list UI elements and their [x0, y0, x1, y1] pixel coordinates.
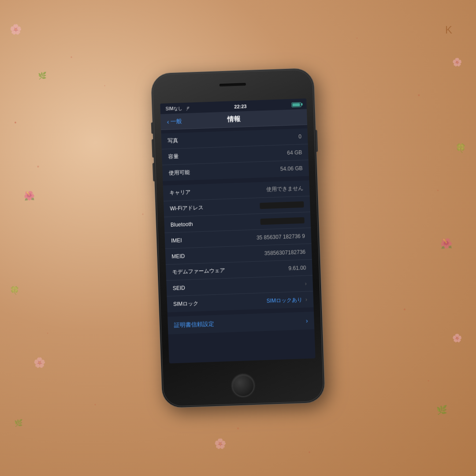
label-meid: MEID	[171, 253, 185, 260]
label-seid: SEID	[173, 285, 185, 291]
label-capacity: 容量	[168, 153, 179, 161]
label-available: 使用可能	[168, 168, 190, 177]
carrier-label: SIMなし	[165, 105, 182, 112]
wifi-icon	[184, 106, 189, 111]
label-carrier: キャリア	[169, 189, 191, 197]
volume-up-button	[152, 139, 154, 158]
volume-down-button	[152, 163, 155, 182]
value-photos: 0	[298, 133, 301, 139]
label-simlock: SIMロック	[173, 300, 199, 308]
phone-screen: SIMなし 22:23 ‹	[160, 98, 315, 363]
value-imei: 35 856307 182736 9	[257, 233, 305, 241]
label-imei: IMEI	[171, 237, 182, 244]
section-storage: 写真 0 容量 64 GB 使用可能 54.06 GB	[161, 128, 309, 181]
value-available: 54.06 GB	[280, 165, 303, 172]
page-title: 情報	[212, 114, 257, 124]
value-meid: 35856307182736	[264, 249, 306, 256]
value-simlock: SIMロックあり	[266, 296, 302, 305]
back-chevron: ‹	[167, 118, 169, 125]
label-photos: 写真	[167, 137, 178, 145]
power-button	[316, 130, 318, 152]
status-left: SIMなし	[165, 105, 189, 112]
phone-shell: SIMなし 22:23 ‹	[151, 68, 325, 408]
label-wifi: Wi-Fiアドレス	[170, 204, 204, 213]
settings-content: 写真 0 容量 64 GB 使用可能 54.06 GB キャリア	[161, 125, 314, 337]
status-right	[291, 102, 301, 107]
speaker-grille	[219, 83, 246, 86]
section-cert: 証明書信頼設定 ›	[167, 312, 314, 335]
status-time: 22:23	[234, 104, 247, 109]
value-wifi-redacted	[260, 201, 304, 208]
mute-switch	[151, 123, 153, 134]
label-modem: モデムファームウェア	[172, 267, 225, 276]
section-network: キャリア 使用できません Wi-Fiアドレス Bluetooth IMEI 35…	[163, 180, 314, 312]
label-cert: 証明書信頼設定	[174, 320, 215, 329]
back-button[interactable]: ‹ 一般	[167, 116, 212, 126]
label-bluetooth: Bluetooth	[171, 221, 193, 228]
value-capacity: 64 GB	[287, 149, 302, 156]
battery-icon	[291, 102, 301, 107]
phone-device: SIMなし 22:23 ‹	[151, 68, 325, 408]
value-bluetooth-redacted	[260, 217, 304, 224]
cert-arrow: ›	[306, 317, 308, 324]
value-modem: 9.61.00	[288, 264, 306, 271]
seid-arrow: ›	[305, 280, 306, 286]
home-button[interactable]	[231, 374, 255, 398]
back-label: 一般	[170, 117, 182, 126]
value-carrier: 使用できません	[266, 185, 304, 193]
row-cert[interactable]: 証明書信頼設定 ›	[167, 312, 314, 335]
nav-spacer	[256, 117, 301, 119]
simlock-arrow: ›	[305, 297, 307, 303]
